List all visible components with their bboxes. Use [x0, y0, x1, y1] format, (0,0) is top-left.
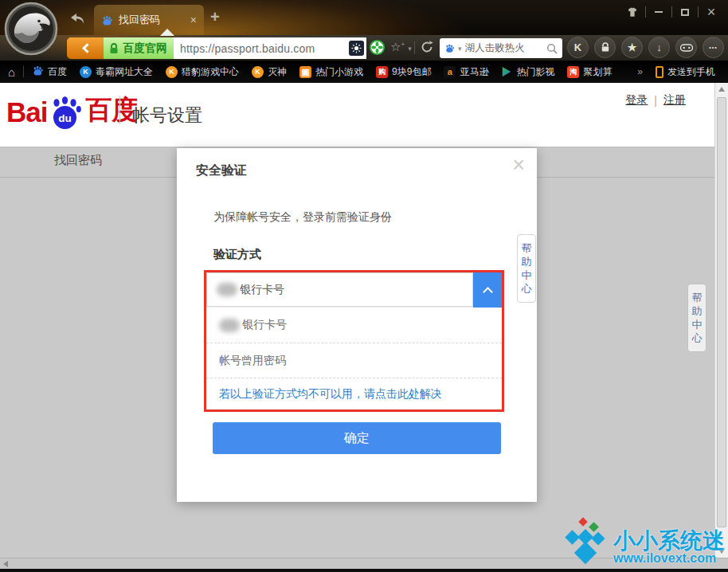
modal-title: 安全验证 — [196, 163, 247, 179]
security-lock-button[interactable] — [594, 37, 616, 58]
help-center-tab-inner[interactable]: 帮助中心 — [517, 234, 536, 303]
register-link[interactable]: 注册 — [663, 93, 686, 108]
bookmark-game-center[interactable]: K 猎豹游戏中心 — [166, 65, 239, 79]
phone-icon — [656, 66, 663, 78]
amazon-a-icon: a — [444, 66, 456, 78]
night-mode-icon[interactable] — [349, 41, 364, 56]
option-label: 帐号曾用密码 — [219, 354, 286, 368]
page-header: Bai du 百度 帐号设置 登录 | 注册 — [0, 83, 714, 147]
game-grid-icon: ▣ — [299, 66, 311, 78]
skin-theme-icon[interactable] — [622, 4, 643, 20]
more-menu-button[interactable]: ••• — [703, 37, 724, 58]
send-to-phone-label: 发送到手机 — [667, 65, 715, 79]
svg-text:du: du — [59, 112, 72, 124]
browser-tab-active[interactable]: 找回密码 × — [94, 5, 204, 35]
games-gamepad-button[interactable] — [675, 37, 697, 58]
browser-window: 找回密码 × + × 百度官网 https://passport.b — [0, 0, 728, 572]
bookmark-label: 热门影视 — [516, 65, 554, 79]
back-history-icon[interactable] — [68, 11, 88, 27]
fallback-help-link[interactable]: 若以上验证方式均不可以用，请点击此处解决 — [206, 378, 502, 409]
watermark-site: www.ilovext.com — [613, 552, 716, 566]
bookmark-label: 亚马逊 — [460, 65, 488, 79]
auth-links: 登录 | 注册 — [625, 93, 686, 108]
bookmarks-bar: ⌂ 百度 K 毒霸网址大全 K 猎豹游戏中心 K 灭神 ▣ 热门小游戏 购 9块… — [0, 61, 728, 83]
modal-close-icon[interactable]: × — [512, 155, 525, 176]
ad-block-fan-icon[interactable] — [370, 40, 385, 55]
minimize-button[interactable] — [648, 4, 669, 20]
favorites-star-button[interactable]: ★ — [621, 37, 643, 58]
bookmark-juhuasuan[interactable]: 淘 聚划算 — [567, 65, 612, 79]
bookmark-label: 百度 — [48, 65, 67, 79]
maximize-button[interactable] — [675, 4, 695, 20]
toolbar-buttons: K ★ ↓ ••• — [567, 37, 724, 58]
play-triangle-icon — [501, 66, 512, 77]
url-field[interactable]: https://passport.baidu.com — [174, 37, 366, 59]
baidu-logo[interactable]: Bai du 百度 — [6, 92, 138, 128]
kingsoft-k-button[interactable]: K — [567, 37, 589, 58]
bookmark-caret-icon[interactable]: ▾ — [408, 45, 412, 53]
tab-pointer-notch — [160, 29, 174, 36]
baidu-favicon-icon — [101, 14, 113, 26]
vertical-scroll-thumb[interactable] — [717, 97, 726, 527]
bookmark-label: 聚划算 — [583, 65, 612, 79]
k-orange-icon: K — [166, 66, 178, 78]
option-label: 银行卡号 — [242, 318, 287, 332]
k-orange-icon: K — [252, 66, 264, 78]
lock-icon — [109, 43, 119, 54]
close-button[interactable]: × — [701, 4, 722, 20]
baidu-logo-cn: 百度 — [85, 92, 138, 128]
tab-find-password[interactable]: 找回密码 — [54, 153, 102, 168]
bookmark-label: 灭神 — [268, 65, 287, 79]
send-to-phone-button[interactable]: 发送到手机 — [656, 65, 715, 79]
cheetah-browser-logo[interactable] — [3, 1, 59, 57]
option-previous-password[interactable]: 帐号曾用密码 — [206, 343, 502, 378]
home-icon[interactable]: ⌂ — [8, 65, 15, 79]
bookmark-amazon[interactable]: a 亚马逊 — [444, 65, 488, 79]
engine-caret-icon[interactable]: ▾ — [458, 45, 462, 53]
tab-title: 找回密码 — [119, 13, 186, 27]
search-input[interactable]: ▾ 湖人击败热火 — [440, 38, 562, 58]
tab-close-icon[interactable]: × — [190, 14, 197, 26]
site-badge-label: 百度官网 — [123, 41, 167, 56]
refresh-icon[interactable] — [420, 40, 434, 54]
scroll-up-arrow-icon[interactable] — [718, 87, 725, 92]
selected-option-field[interactable]: 银行卡号 — [206, 272, 473, 307]
annotation-red-box: 银行卡号 银行卡号 帐号曾用密码 若以上验证方式均不可以用，请点击此处解决 — [204, 270, 504, 412]
watermark-name: 小小系统迷 — [613, 529, 725, 552]
bookmark-9kuai9[interactable]: 购 9块9包邮 — [376, 65, 431, 79]
bookmark-mieshen[interactable]: K 灭神 — [252, 65, 287, 79]
login-link[interactable]: 登录 — [625, 93, 648, 108]
bookmark-mini-games[interactable]: ▣ 热门小游戏 — [299, 65, 363, 79]
search-icon[interactable] — [546, 43, 558, 54]
baidu-paw-icon — [32, 65, 44, 79]
modal-notice: 为保障帐号安全，登录前需验证身份 — [213, 210, 392, 225]
bottom-frame-strip — [0, 569, 728, 572]
redacted-blur — [217, 283, 237, 296]
bookmark-star-icon[interactable]: ☆+ ▾ — [390, 40, 412, 54]
site-security-badge[interactable]: 百度官网 — [104, 37, 174, 59]
k-blue-icon: K — [80, 66, 92, 78]
bookmarks-overflow-chevron[interactable]: » — [637, 66, 643, 77]
window-controls: × — [622, 4, 722, 20]
verification-method-select[interactable]: 银行卡号 — [206, 272, 502, 308]
scroll-left-arrow-icon[interactable] — [3, 561, 8, 567]
help-center-tab-outer[interactable]: 帮助中心 — [687, 284, 706, 352]
confirm-button[interactable]: 确定 — [213, 422, 501, 454]
download-button[interactable]: ↓ — [648, 37, 670, 58]
bookmark-videos[interactable]: 热门影视 — [501, 65, 554, 79]
baidu-search-engine-icon[interactable] — [444, 43, 455, 53]
new-tab-button[interactable]: + — [210, 8, 220, 26]
header-divider — [119, 96, 120, 124]
vertical-scrollbar[interactable] — [714, 83, 728, 558]
address-bar: 百度官网 https://passport.baidu.com ☆+ ▾ ▾ 湖… — [0, 35, 728, 61]
back-button[interactable] — [67, 37, 104, 59]
page-title: 帐号设置 — [132, 104, 202, 127]
bookmark-duba[interactable]: K 毒霸网址大全 — [80, 65, 153, 79]
tab-bar: 找回密码 × + × — [0, 0, 728, 35]
dropdown-collapse-button[interactable] — [473, 272, 502, 308]
bookmark-baidu[interactable]: 百度 — [32, 65, 67, 79]
watermark-diamond-logo-icon — [562, 516, 609, 566]
search-query-text: 湖人击败热火 — [465, 41, 543, 55]
redacted-blur — [219, 319, 240, 332]
option-bank-card[interactable]: 银行卡号 — [206, 308, 502, 343]
